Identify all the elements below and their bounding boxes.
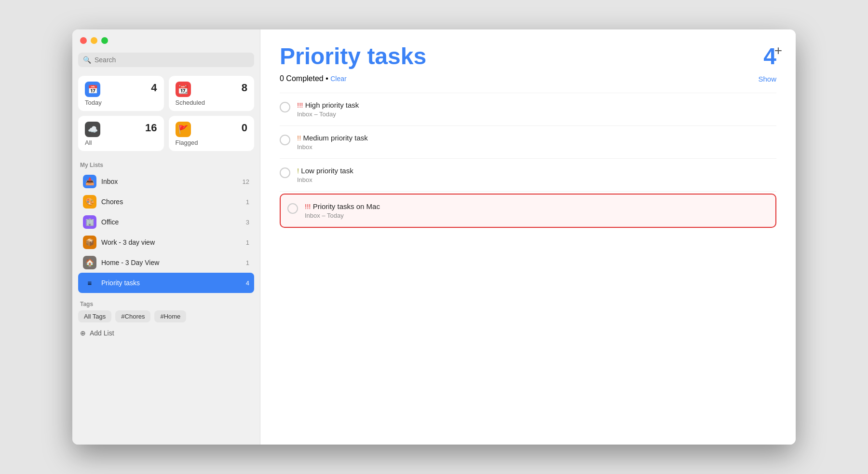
list-count-priority: 4: [246, 279, 249, 287]
smart-card-today[interactable]: 📅 4 Today: [78, 76, 164, 111]
smart-card-icon-flagged: 🚩: [176, 122, 191, 137]
tags-row: All Tags#Chores#Home: [78, 310, 254, 322]
list-count-home3day: 1: [246, 259, 249, 266]
search-icon: 🔍: [83, 56, 91, 64]
task-title-high: !!! High priority task: [297, 101, 359, 109]
plus-icon: ⊕: [80, 329, 86, 337]
task-list: !!! High priority task Inbox – Today !! …: [280, 93, 776, 230]
my-lists-header: My Lists: [78, 162, 254, 168]
task-row-low[interactable]: ! Low priority task Inbox: [280, 159, 776, 192]
list-name-priority: Priority tasks: [101, 279, 241, 287]
smart-card-top: 📅 4: [85, 82, 157, 97]
list-icon-work3day: 📦: [83, 236, 96, 249]
sidebar-item-priority[interactable]: ≡ Priority tasks 4: [78, 273, 254, 293]
task-body-medium: !! Medium priority task Inbox: [297, 134, 368, 151]
priority-icon-low: !: [297, 167, 301, 175]
completed-text: 0 Completed • Clear: [280, 74, 347, 83]
search-bar[interactable]: 🔍: [78, 53, 254, 67]
task-checkbox-high[interactable]: [280, 102, 290, 112]
task-body-low: ! Low priority task Inbox: [297, 167, 353, 183]
task-title-medium: !! Medium priority task: [297, 134, 368, 142]
smart-lists-grid: 📅 4 Today 📆 8 Scheduled ☁️ 16 All 🚩 0 Fl…: [78, 76, 254, 151]
smart-card-label-today: Today: [85, 99, 157, 106]
smart-card-count-scheduled: 8: [242, 82, 247, 94]
search-input[interactable]: [95, 56, 249, 64]
sidebar-item-chores[interactable]: 🎨 Chores 1: [78, 192, 254, 212]
list-count-office: 3: [246, 219, 249, 226]
minimize-button[interactable]: [91, 37, 97, 44]
task-row-mac[interactable]: !!! Priority tasks on Mac Inbox – Today: [280, 194, 776, 228]
smart-card-icon-scheduled: 📆: [176, 82, 191, 97]
close-button[interactable]: [80, 37, 87, 44]
tag-home[interactable]: #Home: [154, 310, 186, 322]
list-icon-home3day: 🏠: [83, 256, 96, 269]
list-count-work3day: 1: [246, 239, 249, 246]
completed-count: 0 Completed: [280, 74, 324, 83]
smart-card-icon-today: 📅: [85, 82, 100, 97]
list-icon-inbox: 📥: [83, 175, 96, 188]
task-row-high[interactable]: !!! High priority task Inbox – Today: [280, 93, 776, 126]
traffic-lights: [78, 37, 254, 44]
list-count-chores: 1: [246, 198, 249, 206]
sidebar-item-home3day[interactable]: 🏠 Home - 3 Day View 1: [78, 252, 254, 273]
smart-card-count-flagged: 0: [242, 122, 247, 134]
list-name-office: Office: [101, 218, 241, 226]
smart-card-top: ☁️ 16: [85, 122, 157, 137]
task-subtitle-mac: Inbox – Today: [305, 212, 380, 219]
list-name-inbox: Inbox: [101, 178, 238, 185]
smart-card-count-today: 4: [151, 82, 157, 94]
list-name-work3day: Work - 3 day view: [101, 238, 241, 246]
priority-icon-high: !!!: [297, 101, 305, 109]
task-body-mac: !!! Priority tasks on Mac Inbox – Today: [305, 202, 380, 219]
list-icon-office: 🏢: [83, 215, 96, 229]
list-icon-priority: ≡: [83, 276, 96, 290]
maximize-button[interactable]: [101, 37, 108, 44]
tags-section: Tags All Tags#Chores#Home: [78, 301, 254, 322]
task-checkbox-medium[interactable]: [280, 135, 290, 145]
main-title: Priority tasks: [280, 43, 426, 70]
show-button[interactable]: Show: [758, 75, 776, 83]
tag-alltags[interactable]: All Tags: [78, 310, 111, 322]
smart-card-scheduled[interactable]: 📆 8 Scheduled: [169, 76, 255, 111]
smart-card-label-flagged: Flagged: [176, 139, 248, 146]
clear-button[interactable]: Clear: [330, 75, 346, 83]
task-subtitle-high: Inbox – Today: [297, 111, 359, 118]
completed-row: 0 Completed • Clear Show: [280, 74, 776, 83]
list-name-chores: Chores: [101, 198, 241, 206]
sidebar-item-work3day[interactable]: 📦 Work - 3 day view 1: [78, 232, 254, 252]
add-list-button[interactable]: ⊕ Add List: [78, 329, 254, 337]
smart-card-flagged[interactable]: 🚩 0 Flagged: [169, 116, 255, 151]
smart-card-label-all: All: [85, 139, 157, 146]
main-content: + Priority tasks 4 0 Completed • Clear S…: [260, 29, 796, 445]
smart-card-count-all: 16: [145, 122, 157, 134]
smart-card-top: 🚩 0: [176, 122, 248, 137]
sidebar-item-office[interactable]: 🏢 Office 3: [78, 212, 254, 232]
task-checkbox-low[interactable]: [280, 167, 290, 178]
lists-container: 📥 Inbox 12 🎨 Chores 1 🏢 Office 3 📦 Work …: [78, 171, 254, 293]
sidebar: 🔍 📅 4 Today 📆 8 Scheduled ☁️ 16 All 🚩 0 …: [72, 29, 260, 445]
priority-icon-mac: !!!: [305, 202, 313, 210]
add-task-button[interactable]: +: [774, 43, 782, 58]
priority-icon-medium: !!: [297, 134, 303, 142]
smart-card-top: 📆 8: [176, 82, 248, 97]
tags-header: Tags: [78, 301, 254, 307]
tag-chores[interactable]: #Chores: [115, 310, 150, 322]
smart-card-label-scheduled: Scheduled: [176, 99, 248, 106]
task-checkbox-mac[interactable]: [287, 203, 298, 214]
task-title-low: ! Low priority task: [297, 167, 353, 175]
task-body-high: !!! High priority task Inbox – Today: [297, 101, 359, 118]
add-list-label: Add List: [90, 329, 114, 337]
smart-card-icon-all: ☁️: [85, 122, 100, 137]
task-subtitle-low: Inbox: [297, 176, 353, 183]
list-count-inbox: 12: [243, 178, 249, 185]
sidebar-item-inbox[interactable]: 📥 Inbox 12: [78, 171, 254, 192]
smart-card-all[interactable]: ☁️ 16 All: [78, 116, 164, 151]
task-subtitle-medium: Inbox: [297, 143, 368, 151]
list-name-home3day: Home - 3 Day View: [101, 259, 241, 266]
list-icon-chores: 🎨: [83, 195, 96, 209]
app-window: 🔍 📅 4 Today 📆 8 Scheduled ☁️ 16 All 🚩 0 …: [72, 29, 796, 445]
task-row-medium[interactable]: !! Medium priority task Inbox: [280, 126, 776, 159]
main-header: Priority tasks 4: [280, 43, 776, 70]
task-title-mac: !!! Priority tasks on Mac: [305, 202, 380, 210]
